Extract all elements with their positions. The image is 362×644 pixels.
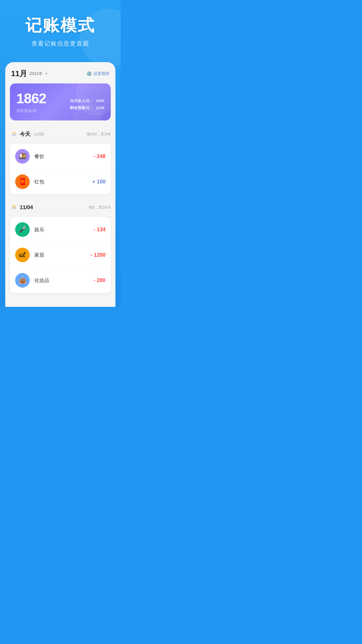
svg-rect-10: [13, 208, 15, 209]
today-date-left: 今天 11/05: [10, 130, 44, 138]
prev-date-summary: 收0，支1614: [89, 205, 111, 210]
hero-subtitle: 查看记账信息更直观: [6, 40, 115, 48]
year-text: 2021年: [29, 71, 43, 76]
card-header: 11月 2021年 ▼ ⚙️ 设置预算: [5, 62, 115, 83]
category-name-canyin: 餐饮: [34, 153, 94, 160]
weather-icon-today: [10, 130, 17, 138]
gear-icon: ⚙️: [86, 71, 92, 76]
amount-jiaju: - 1200: [91, 252, 106, 258]
today-summary: 收100，支248: [87, 132, 111, 137]
income-value: 3100: [96, 99, 104, 103]
main-card: 11月 2021年 ▼ ⚙️ 设置预算 1862 当月支出/元 当月收入/元： …: [5, 62, 115, 307]
amount-hongbao: + 100: [92, 179, 106, 185]
summary-card: 1862 当月支出/元 当月收入/元： 3100 剩余预算/元： 1238: [10, 83, 111, 120]
today-section: 今天 11/05 收100，支248: [5, 126, 115, 144]
amount-huazhuang: - 280: [94, 277, 106, 284]
category-name-jiaju: 家居: [34, 252, 91, 258]
prev-transaction-card: 🎤 娱乐 - 134 🛋 家居 - 1200 👜 化妆品 - 280: [10, 217, 111, 293]
remaining-label: 剩余预算/元：: [70, 106, 94, 110]
category-icon-hongbao: 🧧: [15, 174, 30, 189]
transaction-item-huazhuang[interactable]: 👜 化妆品 - 280: [10, 268, 111, 293]
today-label: 今天: [20, 131, 30, 138]
settings-button[interactable]: ⚙️ 设置预算: [86, 71, 110, 76]
today-date-num: 11/05: [34, 132, 44, 136]
amount-yule: - 134: [94, 227, 106, 233]
remaining-item: 剩余预算/元： 1238: [69, 105, 104, 111]
income-item: 当月收入/元： 3100: [69, 98, 104, 104]
prev-date-header: 11/04 收0，支1614: [10, 204, 111, 211]
transaction-item-canyin[interactable]: 🍱 餐饮 - 248: [10, 144, 111, 169]
today-header: 今天 11/05 收100，支248: [10, 130, 111, 138]
category-name-yule: 娱乐: [34, 226, 94, 233]
settings-label: 设置预算: [93, 71, 110, 76]
transaction-item-yule[interactable]: 🎤 娱乐 - 134: [10, 217, 111, 242]
month-selector[interactable]: 11月 2021年 ▼: [11, 69, 48, 79]
transaction-item-jiaju[interactable]: 🛋 家居 - 1200: [10, 242, 111, 268]
category-icon-huazhuang: 👜: [15, 273, 30, 288]
prev-date-section: 11/04 收0，支1614: [5, 200, 115, 217]
hero-section: 记账模式 查看记账信息更直观: [0, 0, 121, 56]
category-icon-canyin: 🍱: [15, 149, 30, 164]
remaining-value: 1238: [96, 106, 104, 110]
page-wrapper: 记账模式 查看记账信息更直观 11月 2021年 ▼ ⚙️ 设置预算 1862 …: [0, 0, 121, 307]
summary-right: 当月收入/元： 3100 剩余预算/元： 1238: [69, 98, 104, 112]
category-name-hongbao: 红包: [34, 178, 92, 185]
prev-date-left: 11/04: [10, 204, 33, 211]
today-transaction-card: 🍱 餐饮 - 248 🧧 红包 + 100: [10, 144, 111, 194]
weather-icon-prev: [10, 204, 17, 211]
svg-point-6: [12, 134, 14, 136]
income-label: 当月收入/元：: [70, 99, 94, 103]
amount-canyin: - 248: [94, 153, 106, 160]
hero-title: 记账模式: [6, 15, 115, 37]
prev-date-label: 11/04: [20, 204, 33, 211]
category-name-huazhuang: 化妆品: [34, 277, 94, 284]
category-icon-yule: 🎤: [15, 222, 30, 237]
month-text: 11月: [11, 69, 27, 79]
chevron-down-icon: ▼: [45, 72, 48, 75]
category-icon-jiaju: 🛋: [15, 248, 30, 262]
expense-label: 当月支出/元: [16, 108, 104, 113]
transaction-item-hongbao[interactable]: 🧧 红包 + 100: [10, 169, 111, 194]
